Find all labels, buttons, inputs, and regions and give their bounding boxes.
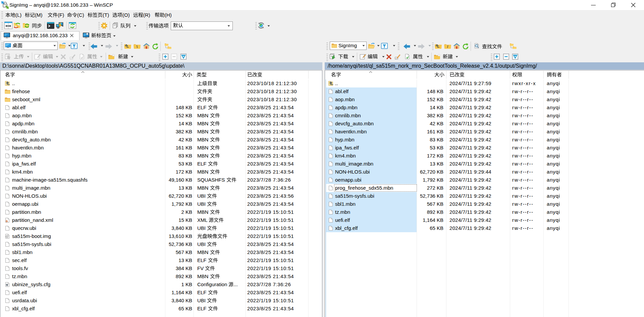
svg-text:x: x (70, 57, 71, 59)
svg-text:/: / (447, 45, 448, 49)
svg-text:x: x (395, 57, 396, 59)
svg-text:\: \ (137, 45, 138, 49)
